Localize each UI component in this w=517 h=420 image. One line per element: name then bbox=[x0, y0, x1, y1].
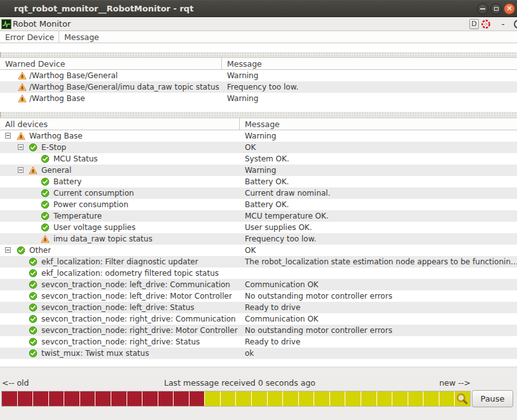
timeline-segment-error bbox=[142, 391, 158, 406]
tree-row[interactable]: twist_mux: Twist mux statusok bbox=[0, 348, 517, 359]
window-minimize-button[interactable] bbox=[477, 3, 488, 15]
warning-icon bbox=[18, 94, 27, 103]
window-close-button[interactable]: ✕ bbox=[504, 3, 515, 15]
warned-device-column-header[interactable]: Warned Device bbox=[0, 58, 222, 69]
tree-row[interactable]: sevcon_traction_node: left_drive: Motor … bbox=[0, 290, 517, 302]
error-device-column-header[interactable]: Error Device bbox=[0, 31, 59, 43]
tree-row[interactable]: Current consumptionCurrent draw nominal. bbox=[0, 187, 517, 199]
window-titlebar[interactable]: rqt_robot_monitor__RobotMonitor - rqt ✕ bbox=[0, 0, 517, 17]
warned-table-row[interactable]: /Warthog Base/General/imu data_raw topic… bbox=[0, 81, 517, 93]
timeline-segment-warning bbox=[205, 391, 220, 406]
tree-row[interactable]: sevcon_traction_node: left_drive: Status… bbox=[0, 302, 517, 313]
splitter-handle[interactable] bbox=[0, 52, 517, 57]
tree-row[interactable]: ekf_localization: odometry filtered topi… bbox=[0, 268, 517, 279]
plugin-close-button[interactable] bbox=[514, 20, 517, 29]
device-message: OK bbox=[245, 245, 517, 256]
device-message: Frequency too low. bbox=[245, 233, 517, 245]
device-name: sevcon_traction_node: right_drive: Commu… bbox=[41, 313, 236, 325]
ok-status-icon bbox=[29, 326, 38, 335]
device-message: ok bbox=[245, 348, 517, 359]
tree-expander-collapse[interactable] bbox=[18, 167, 24, 173]
tree-row[interactable]: OtherOK bbox=[0, 245, 517, 256]
ok-status-icon bbox=[41, 212, 50, 220]
plugin-title: Robot Monitor bbox=[13, 19, 71, 29]
device-name: Battery bbox=[53, 176, 81, 187]
tree-expander-collapse[interactable] bbox=[18, 144, 24, 150]
timeline-new-label: new --> bbox=[439, 378, 471, 388]
tree-row[interactable]: sevcon_traction_node: right_drive: Statu… bbox=[0, 336, 517, 348]
timeline-segment-warning bbox=[424, 391, 439, 406]
error-devices-table: Error Device Message bbox=[0, 30, 517, 52]
timeline-segment-warning bbox=[314, 391, 329, 406]
device-name: ekf_localization: Filter diagnostic upda… bbox=[41, 256, 198, 268]
timeline-segment-warning bbox=[377, 391, 392, 406]
timeline-segment-error bbox=[64, 391, 79, 406]
tree-row[interactable]: sevcon_traction_node: right_drive: Motor… bbox=[0, 325, 517, 336]
tree-expander-collapse[interactable] bbox=[5, 133, 11, 139]
warned-table-row[interactable]: /Warthog Base/GeneralWarning bbox=[0, 70, 517, 81]
float-icon[interactable] bbox=[481, 19, 491, 29]
tree-row[interactable]: User voltage suppliesUser supplies OK. bbox=[0, 222, 517, 233]
tree-expander-collapse[interactable] bbox=[5, 247, 11, 253]
all-devices-column-header[interactable]: All devices bbox=[0, 118, 240, 130]
ok-status-icon bbox=[41, 200, 50, 209]
plugin-titlebar[interactable]: Robot Monitor D - bbox=[0, 17, 517, 30]
robot-monitor-icon bbox=[1, 19, 11, 29]
timeline-slider[interactable] bbox=[1, 391, 471, 407]
device-message: Communication OK bbox=[245, 313, 517, 325]
ok-status-icon bbox=[29, 143, 38, 152]
device-message: Warning bbox=[245, 165, 517, 176]
tree-row[interactable]: sevcon_traction_node: left_drive: Commun… bbox=[0, 279, 517, 290]
window-maximize-button[interactable] bbox=[490, 3, 502, 15]
warned-device-message: Warning bbox=[227, 70, 517, 81]
warned-table-row[interactable]: /Warthog BaseWarning bbox=[0, 93, 517, 104]
tree-row[interactable]: imu data_raw topic statusFrequency too l… bbox=[0, 233, 517, 245]
tree-row[interactable]: E-StopOK bbox=[0, 142, 517, 153]
timeline-segment-warning bbox=[408, 391, 424, 406]
timeline-segment-warning bbox=[361, 391, 376, 406]
device-message: System OK. bbox=[245, 153, 517, 165]
timeline-segment-error bbox=[33, 391, 48, 406]
warned-device-message: Warning bbox=[227, 93, 517, 104]
device-name: sevcon_traction_node: left_drive: Status bbox=[41, 302, 195, 313]
device-message: MCU temperature OK. bbox=[245, 210, 517, 222]
pause-button[interactable]: Pause bbox=[472, 390, 513, 407]
all-message-column-header[interactable]: Message bbox=[240, 118, 280, 130]
timeline-panel: <-- old Last message received 0 seconds … bbox=[0, 367, 517, 420]
timeline-segment-warning bbox=[345, 391, 361, 406]
warned-table-filler bbox=[0, 104, 517, 112]
tree-row[interactable]: Power consumptionBattery OK. bbox=[0, 199, 517, 210]
timeline-segment-warning bbox=[392, 391, 408, 406]
timeline-segment-warning bbox=[330, 391, 345, 406]
device-name: Warthog Base bbox=[29, 130, 83, 142]
tree-row[interactable]: TemperatureMCU temperature OK. bbox=[0, 210, 517, 222]
plugin-minimize-button[interactable]: - bbox=[500, 19, 506, 29]
timeline-segment-warning bbox=[252, 391, 267, 406]
tree-row[interactable]: GeneralWarning bbox=[0, 165, 517, 176]
tree-row[interactable]: BatteryBattery OK. bbox=[0, 176, 517, 187]
dockable-button[interactable]: D bbox=[469, 19, 479, 29]
timeline-segment-error bbox=[18, 391, 33, 406]
warning-icon bbox=[41, 234, 50, 243]
tree-row[interactable]: ekf_localization: Filter diagnostic upda… bbox=[0, 256, 517, 268]
ok-status-icon bbox=[29, 269, 38, 278]
error-table-body[interactable] bbox=[0, 43, 517, 52]
tree-row[interactable]: sevcon_traction_node: right_drive: Commu… bbox=[0, 313, 517, 325]
warned-table-body: /Warthog Base/GeneralWarning/Warthog Bas… bbox=[0, 70, 517, 104]
timeline-old-label: <-- old bbox=[2, 378, 29, 388]
warned-devices-table: Warned Device Message /Warthog Base/Gene… bbox=[0, 57, 517, 112]
warned-message-column-header[interactable]: Message bbox=[222, 58, 262, 69]
device-name: Current consumption bbox=[53, 187, 134, 199]
ok-status-icon bbox=[41, 154, 50, 163]
device-name: sevcon_traction_node: right_drive: Motor… bbox=[41, 325, 238, 336]
device-name: Temperature bbox=[53, 210, 102, 222]
error-message-column-header[interactable]: Message bbox=[59, 31, 99, 43]
timeline-segment-warning bbox=[221, 391, 236, 406]
tree-row[interactable]: Warthog BaseWarning bbox=[0, 130, 517, 142]
splitter-handle[interactable] bbox=[0, 112, 517, 118]
tree-row[interactable]: MCU StatusSystem OK. bbox=[0, 153, 517, 165]
ok-status-icon bbox=[41, 223, 50, 232]
device-message: Current draw nominal. bbox=[245, 187, 517, 199]
magnifier-icon[interactable] bbox=[455, 392, 469, 405]
error-table-header: Error Device Message bbox=[0, 30, 517, 43]
